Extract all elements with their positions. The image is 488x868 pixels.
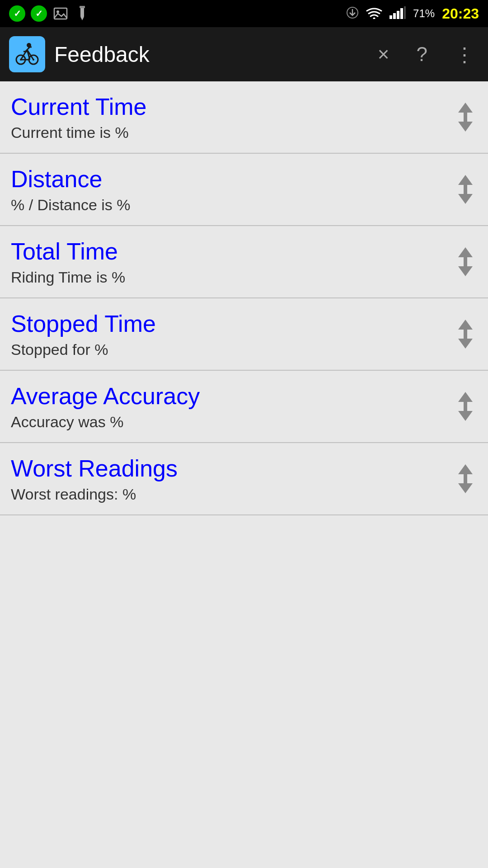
svg-rect-35 bbox=[464, 187, 467, 194]
worst-readings-subtitle: Worst readings: % bbox=[11, 486, 452, 503]
svg-marker-26 bbox=[458, 103, 473, 113]
close-button[interactable]: × bbox=[373, 38, 394, 70]
svg-marker-44 bbox=[458, 339, 473, 349]
svg-rect-40 bbox=[464, 259, 467, 266]
list-item-content-distance: Distance % / Distance is % bbox=[11, 165, 452, 213]
total-time-title: Total Time bbox=[11, 237, 452, 265]
svg-marker-51 bbox=[458, 464, 473, 474]
svg-marker-54 bbox=[458, 483, 473, 493]
app-title: Feedback bbox=[54, 42, 364, 67]
distance-subtitle: % / Distance is % bbox=[11, 196, 452, 214]
list-item-distance[interactable]: Distance % / Distance is % bbox=[0, 154, 488, 226]
app-bar: Feedback × ? ⋮ bbox=[0, 27, 488, 81]
stopped-time-subtitle: Stopped for % bbox=[11, 341, 452, 359]
list-item-stopped-time[interactable]: Stopped Time Stopped for % bbox=[0, 298, 488, 371]
svg-rect-0 bbox=[54, 8, 67, 19]
svg-marker-39 bbox=[458, 266, 473, 276]
svg-rect-12 bbox=[404, 6, 406, 19]
svg-point-7 bbox=[373, 18, 375, 19]
svg-rect-55 bbox=[464, 476, 467, 483]
average-accuracy-title: Average Accuracy bbox=[11, 382, 452, 410]
reorder-icon-average-accuracy[interactable] bbox=[452, 388, 479, 425]
current-time-subtitle: Current time is % bbox=[11, 124, 452, 142]
svg-marker-29 bbox=[458, 122, 473, 132]
list-item-content-worst-readings: Worst Readings Worst readings: % bbox=[11, 454, 452, 503]
download-icon bbox=[346, 6, 359, 21]
svg-point-25 bbox=[27, 43, 31, 47]
svg-marker-41 bbox=[458, 320, 473, 330]
svg-rect-8 bbox=[389, 15, 392, 19]
reorder-icon-distance[interactable] bbox=[452, 171, 479, 208]
svg-marker-46 bbox=[458, 392, 473, 402]
app-icon bbox=[9, 36, 45, 72]
status-bar-left: ✓ ✓ bbox=[9, 5, 90, 22]
svg-marker-36 bbox=[458, 247, 473, 257]
pen-icon bbox=[74, 5, 90, 22]
list-item-content-stopped-time: Stopped Time Stopped for % bbox=[11, 310, 452, 358]
reorder-icon-stopped-time[interactable] bbox=[452, 316, 479, 352]
svg-point-1 bbox=[56, 10, 59, 13]
svg-rect-30 bbox=[464, 114, 467, 122]
svg-rect-4 bbox=[80, 6, 85, 8]
svg-marker-34 bbox=[458, 194, 473, 204]
reorder-icon-worst-readings[interactable] bbox=[452, 461, 479, 497]
current-time-title: Current Time bbox=[11, 93, 452, 121]
svg-marker-3 bbox=[80, 17, 84, 20]
total-time-subtitle: Riding Time is % bbox=[11, 269, 452, 286]
list-item-average-accuracy[interactable]: Average Accuracy Accuracy was % bbox=[0, 371, 488, 443]
list-item-worst-readings[interactable]: Worst Readings Worst readings: % bbox=[0, 443, 488, 515]
svg-rect-11 bbox=[400, 8, 403, 19]
svg-marker-49 bbox=[458, 411, 473, 421]
stopped-time-title: Stopped Time bbox=[11, 310, 452, 338]
check-icon-2: ✓ bbox=[31, 5, 47, 22]
wifi-icon bbox=[366, 6, 382, 21]
status-bar-right: 71% 20:23 bbox=[346, 5, 479, 22]
list-item-content-current-time: Current Time Current time is % bbox=[11, 93, 452, 141]
list-item-content-total-time: Total Time Riding Time is % bbox=[11, 237, 452, 286]
battery-percentage: 71% bbox=[413, 7, 435, 20]
signal-icon bbox=[389, 6, 406, 21]
svg-rect-9 bbox=[393, 13, 396, 19]
menu-button[interactable]: ⋮ bbox=[450, 38, 479, 71]
app-bar-actions: × ? ⋮ bbox=[373, 38, 479, 71]
feedback-list: Current Time Current time is % Distance … bbox=[0, 81, 488, 515]
image-icon bbox=[52, 5, 69, 22]
average-accuracy-subtitle: Accuracy was % bbox=[11, 413, 452, 431]
list-item-total-time[interactable]: Total Time Riding Time is % bbox=[0, 226, 488, 298]
svg-rect-50 bbox=[464, 404, 467, 411]
svg-rect-10 bbox=[397, 11, 399, 19]
distance-title: Distance bbox=[11, 165, 452, 193]
worst-readings-title: Worst Readings bbox=[11, 454, 452, 482]
status-bar: ✓ ✓ bbox=[0, 0, 488, 27]
svg-rect-45 bbox=[464, 331, 467, 339]
svg-rect-2 bbox=[80, 7, 84, 17]
list-item-content-average-accuracy: Average Accuracy Accuracy was % bbox=[11, 382, 452, 430]
list-item-current-time[interactable]: Current Time Current time is % bbox=[0, 81, 488, 154]
reorder-icon-current-time[interactable] bbox=[452, 99, 479, 135]
svg-marker-31 bbox=[458, 175, 473, 185]
status-time: 20:23 bbox=[442, 5, 479, 22]
reorder-icon-total-time[interactable] bbox=[452, 244, 479, 280]
check-icon-1: ✓ bbox=[9, 5, 25, 22]
help-button[interactable]: ? bbox=[412, 38, 432, 70]
